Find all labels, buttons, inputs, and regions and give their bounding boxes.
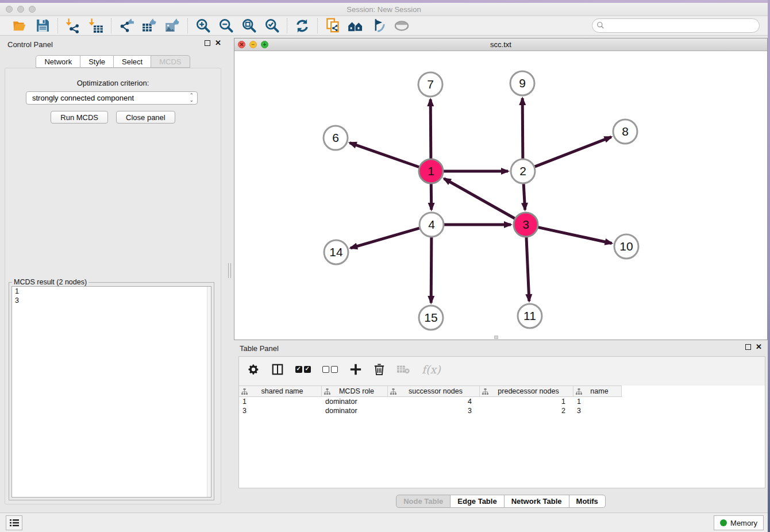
tab-edge-table[interactable]: Edge Table [451,495,504,508]
table-cell[interactable]: 3 [573,406,622,415]
select-all-icon[interactable] [295,362,311,377]
table-row[interactable]: 3dominator323 [239,406,622,415]
attribute-type-icon [241,388,248,395]
table-cell[interactable]: 3 [239,406,322,415]
tab-motifs[interactable]: Motifs [569,495,606,508]
app-titlebar[interactable]: Session: New Session [0,3,768,16]
graph-edge-2-8[interactable] [535,137,611,167]
eye-icon[interactable] [394,18,410,34]
search-input[interactable] [592,18,760,33]
close-panel-icon[interactable]: ✕ [215,40,221,46]
column-header-label: MCDS role [330,387,387,395]
table-cell[interactable]: dominator [322,397,388,406]
column-header-shared-name[interactable]: shared name [239,386,322,396]
tab-mcds[interactable]: MCDS [151,55,190,68]
open-file-icon[interactable] [11,18,28,34]
column-icon[interactable] [271,362,284,377]
attribute-type-icon [576,388,582,395]
tab-network-table[interactable]: Network Table [505,495,569,508]
tab-node-table[interactable]: Node Table [396,495,451,508]
desktop-edge-top [0,0,770,3]
tab-network[interactable]: Network [36,55,80,68]
graph-node-label: 3 [522,218,529,231]
splitter-grip[interactable] [228,263,231,278]
table-row[interactable]: 1dominator411 [239,397,622,406]
task-history-button[interactable] [6,515,22,530]
graph-edge-3-11[interactable] [526,237,529,301]
optimization-criterion-label: Optimization criterion: [5,79,221,87]
zoom-selected-icon[interactable] [264,18,280,34]
close-panel-icon[interactable]: ✕ [756,344,762,350]
mcds-result-line: 1 [12,287,211,296]
network-canvas[interactable]: 7968124314101511 [234,51,767,340]
zoom-fit-icon[interactable] [241,18,257,34]
graph-node-label: 4 [428,218,435,231]
zoom-in-icon[interactable] [195,18,211,34]
table-cell[interactable]: dominator [322,406,388,415]
graph-edge-2-9[interactable] [522,98,523,159]
zoom-out-icon[interactable] [218,18,234,34]
float-panel-icon[interactable] [205,40,210,46]
export-image-icon[interactable] [164,18,180,34]
network-window-titlebar[interactable]: ✕ − + scc.txt [234,38,767,51]
close-panel-button[interactable]: Close panel [116,111,175,124]
mcds-result-text[interactable]: 13 [11,286,211,498]
delete-icon[interactable] [374,362,385,377]
table-cell[interactable]: 1 [239,397,322,406]
node-table-container: f(x) shared nameMCDS rolesuccessor nodes… [238,356,765,488]
table-header-row: shared nameMCDS rolesuccessor nodesprede… [239,385,622,397]
table-cell[interactable]: 1 [480,397,573,406]
app-title: Session: New Session [0,5,768,14]
result-scrollbar[interactable] [207,287,211,497]
graph-edge-2-3[interactable] [523,184,525,210]
panel-splitter[interactable] [226,36,234,512]
export-table-icon[interactable] [141,18,157,34]
window-resize-grip[interactable] [494,336,498,339]
list-icon [10,519,19,527]
column-header-label: predecessor nodes [488,387,573,395]
column-header-MCDS-role[interactable]: MCDS role [322,386,388,396]
table-cell[interactable]: 3 [388,406,480,415]
tab-select[interactable]: Select [114,55,151,68]
table-panel-tabs: Node TableEdge TableNetwork TableMotifs [234,495,768,508]
mcds-result-line: 3 [12,296,211,305]
table-cell[interactable]: 1 [573,397,622,406]
mcds-result-title: MCDS result (2 nodes) [12,278,88,286]
column-header-successor-nodes[interactable]: successor nodes [388,386,480,396]
table-cell[interactable]: 4 [388,397,480,406]
chevron-up-down-icon: ⌃⌄ [189,93,194,102]
mcds-result-fieldset: MCDS result (2 nodes) 13 [9,282,214,500]
graphics-details-icon[interactable] [371,18,387,34]
column-header-label: name [582,387,621,395]
graph-edge-1-7[interactable] [430,99,431,159]
graph-node-label: 15 [424,311,437,324]
tab-style[interactable]: Style [80,55,114,68]
import-table-icon[interactable] [88,18,104,34]
optimization-criterion-select[interactable]: strongly connected component ⌃⌄ [26,91,198,105]
deselect-all-icon[interactable] [322,362,338,377]
refresh-icon[interactable] [294,18,310,34]
memory-label: Memory [730,519,757,527]
save-session-icon[interactable] [34,18,51,34]
table-cell[interactable]: 2 [480,406,573,415]
float-panel-icon[interactable] [745,344,751,350]
graph-edge-1-6[interactable] [350,143,419,167]
attribute-type-icon [390,388,396,395]
graph-edge-4-15[interactable] [431,237,432,303]
graph-node-label: 2 [519,164,526,178]
copy-network-icon[interactable] [325,18,341,34]
add-icon[interactable] [349,362,362,377]
gear-icon[interactable] [247,362,260,377]
column-header-predecessor-nodes[interactable]: predecessor nodes [480,386,573,396]
graph-edge-4-14[interactable] [351,228,419,248]
run-mcds-button[interactable]: Run MCDS [51,111,108,124]
home-icon[interactable] [348,18,364,34]
search-field[interactable] [592,18,760,33]
import-network-icon[interactable] [65,18,81,34]
graph-edge-3-10[interactable] [538,228,611,244]
export-network-icon[interactable] [118,18,134,34]
column-header-name[interactable]: name [573,386,622,396]
delete-table-icon [396,362,410,377]
memory-button[interactable]: Memory [714,515,764,530]
graph-edge-3-1[interactable] [444,179,515,218]
